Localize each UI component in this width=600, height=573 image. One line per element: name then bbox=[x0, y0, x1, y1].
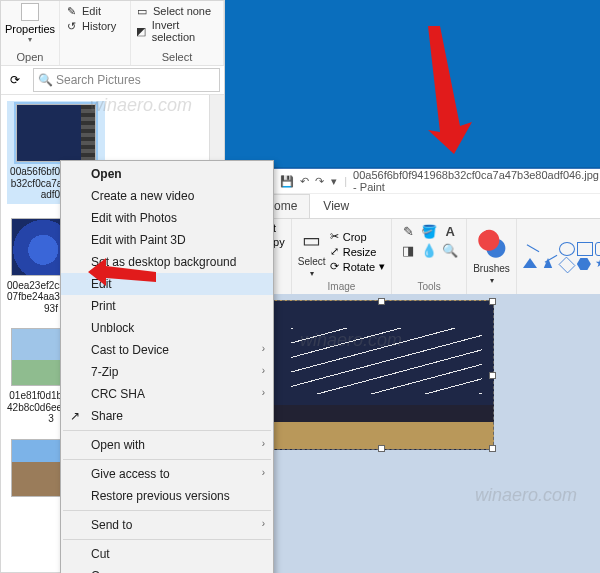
tab-view[interactable]: View bbox=[310, 194, 362, 218]
paint-canvas[interactable] bbox=[267, 300, 494, 450]
text-tool[interactable]: A bbox=[440, 222, 460, 240]
svg-marker-0 bbox=[88, 258, 156, 286]
paint-canvas-area[interactable]: winaero.com bbox=[261, 294, 600, 573]
rotate-icon: ⟳ bbox=[330, 260, 339, 273]
resize-handle[interactable] bbox=[489, 445, 496, 452]
properties-label: Properties bbox=[5, 23, 55, 35]
shape-oval[interactable] bbox=[559, 242, 575, 256]
invert-selection-label: Invert selection bbox=[152, 19, 219, 43]
separator: | bbox=[344, 175, 347, 187]
menu-item-cut[interactable]: Cut bbox=[61, 543, 273, 565]
brushes-button[interactable]: Brushes▾ bbox=[473, 229, 510, 285]
chevron-right-icon: › bbox=[262, 438, 265, 449]
chevron-down-icon: ▾ bbox=[490, 276, 494, 285]
menu-separator bbox=[63, 430, 271, 431]
paint-window: ▾ 💾 ↶ ↷ ▾ | 00a56f6bf0f941968b32cf0ca7a4… bbox=[260, 168, 600, 573]
customize-icon[interactable]: ▾ bbox=[330, 174, 339, 188]
crop-icon: ✂ bbox=[330, 230, 339, 243]
scrollbar-thumb[interactable] bbox=[212, 99, 222, 135]
select-button[interactable]: ▭ Select ▾ bbox=[298, 226, 326, 278]
properties-button[interactable]: Properties ▾ bbox=[5, 3, 55, 44]
filmstrip-icon bbox=[81, 105, 95, 161]
menu-item-unblock[interactable]: Unblock bbox=[61, 317, 273, 339]
resize-button[interactable]: ⤢Resize bbox=[330, 245, 385, 258]
menu-item-open[interactable]: Open bbox=[61, 163, 273, 185]
edit-icon: ✎ bbox=[64, 4, 78, 18]
menu-item-give-access-to[interactable]: Give access to› bbox=[61, 463, 273, 485]
menu-item-7-zip[interactable]: 7-Zip› bbox=[61, 361, 273, 383]
explorer-ribbon: Properties ▾ Open ✎Edit ↺History ▭Select… bbox=[1, 1, 224, 66]
chevron-right-icon: › bbox=[262, 387, 265, 398]
paint-title-text: 00a56f6bf0f941968b32cf0ca7a47b3e80adf046… bbox=[353, 169, 599, 193]
share-icon: ↗ bbox=[67, 408, 83, 424]
history-button[interactable]: ↺History bbox=[64, 19, 126, 33]
history-icon: ↺ bbox=[64, 19, 78, 33]
menu-item-label: Copy bbox=[91, 569, 119, 573]
menu-item-label: 7-Zip bbox=[91, 365, 118, 379]
chevron-right-icon: › bbox=[262, 518, 265, 529]
menu-item-open-with[interactable]: Open with› bbox=[61, 434, 273, 456]
search-input[interactable]: 🔍 Search Pictures bbox=[33, 68, 220, 92]
picker-tool[interactable]: 💧 bbox=[419, 241, 439, 259]
shape-diamond[interactable] bbox=[558, 257, 575, 274]
shapes-gallery[interactable]: ★ ✶ bbox=[523, 242, 600, 272]
refresh-icon: ⟳ bbox=[10, 73, 20, 87]
edit-button[interactable]: ✎Edit bbox=[64, 4, 126, 18]
shape-roundrect[interactable] bbox=[595, 242, 600, 256]
select-none-button[interactable]: ▭Select none bbox=[135, 4, 219, 18]
shape-star[interactable]: ★ bbox=[595, 258, 600, 270]
select-label: Select bbox=[298, 256, 326, 267]
paint-ribbon: ut opy ▭ Select ▾ ✂Crop ⤢Resize ⟳Rotate … bbox=[261, 219, 600, 296]
resize-handle[interactable] bbox=[489, 298, 496, 305]
redo-icon[interactable]: ↷ bbox=[315, 174, 324, 188]
menu-item-label: Open with bbox=[91, 438, 145, 452]
crop-button[interactable]: ✂Crop bbox=[330, 230, 385, 243]
image-group-label: Image bbox=[298, 281, 385, 292]
chevron-right-icon: › bbox=[262, 365, 265, 376]
menu-item-edit-with-paint-3d[interactable]: Edit with Paint 3D bbox=[61, 229, 273, 251]
resize-icon: ⤢ bbox=[330, 245, 339, 258]
menu-item-send-to[interactable]: Send to› bbox=[61, 514, 273, 536]
chevron-right-icon: › bbox=[262, 467, 265, 478]
svg-marker-1 bbox=[428, 26, 472, 154]
menu-item-copy[interactable]: Copy bbox=[61, 565, 273, 573]
invert-selection-button[interactable]: ◩Invert selection bbox=[135, 19, 219, 43]
menu-item-label: Cast to Device bbox=[91, 343, 169, 357]
shape-rect[interactable] bbox=[577, 242, 593, 256]
select-none-label: Select none bbox=[153, 5, 211, 17]
search-icon: 🔍 bbox=[34, 73, 56, 87]
history-label: History bbox=[82, 20, 116, 32]
pencil-tool[interactable]: ✎ bbox=[398, 222, 418, 240]
context-menu[interactable]: OpenCreate a new videoEdit with PhotosEd… bbox=[60, 160, 274, 573]
select-group-label: Select bbox=[135, 49, 219, 63]
menu-item-restore-previous-versions[interactable]: Restore previous versions bbox=[61, 485, 273, 507]
menu-item-edit-with-photos[interactable]: Edit with Photos bbox=[61, 207, 273, 229]
menu-item-label: Unblock bbox=[91, 321, 134, 335]
rotate-button[interactable]: ⟳Rotate ▾ bbox=[330, 260, 385, 273]
refresh-button[interactable]: ⟳ bbox=[3, 68, 27, 92]
menu-item-label: Create a new video bbox=[91, 189, 194, 203]
menu-item-label: Share bbox=[91, 409, 123, 423]
menu-item-crc-sha[interactable]: CRC SHA› bbox=[61, 383, 273, 405]
menu-item-cast-to-device[interactable]: Cast to Device› bbox=[61, 339, 273, 361]
annotation-arrow-paint bbox=[410, 26, 480, 159]
explorer-toolbar: ⟳ 🔍 Search Pictures bbox=[1, 66, 224, 95]
menu-item-share[interactable]: ↗Share bbox=[61, 405, 273, 427]
zoom-tool[interactable]: 🔍 bbox=[440, 241, 460, 259]
shape-right-triangle[interactable] bbox=[544, 258, 552, 268]
chevron-down-icon: ▾ bbox=[310, 269, 314, 278]
resize-label: Resize bbox=[343, 246, 377, 258]
undo-icon[interactable]: ↶ bbox=[300, 174, 309, 188]
eraser-tool[interactable]: ◨ bbox=[398, 241, 418, 259]
save-icon[interactable]: 💾 bbox=[280, 174, 294, 188]
menu-item-create-a-new-video[interactable]: Create a new video bbox=[61, 185, 273, 207]
menu-item-label: Cut bbox=[91, 547, 110, 561]
paint-tabbar: ome View bbox=[261, 194, 600, 219]
fill-tool[interactable]: 🪣 bbox=[419, 222, 439, 240]
brushes-icon bbox=[476, 229, 508, 261]
shape-hexagon[interactable] bbox=[577, 258, 591, 270]
resize-handle[interactable] bbox=[378, 298, 385, 305]
resize-handle[interactable] bbox=[489, 372, 496, 379]
resize-handle[interactable] bbox=[378, 445, 385, 452]
paint-titlebar[interactable]: ▾ 💾 ↶ ↷ ▾ | 00a56f6bf0f941968b32cf0ca7a4… bbox=[261, 169, 600, 194]
